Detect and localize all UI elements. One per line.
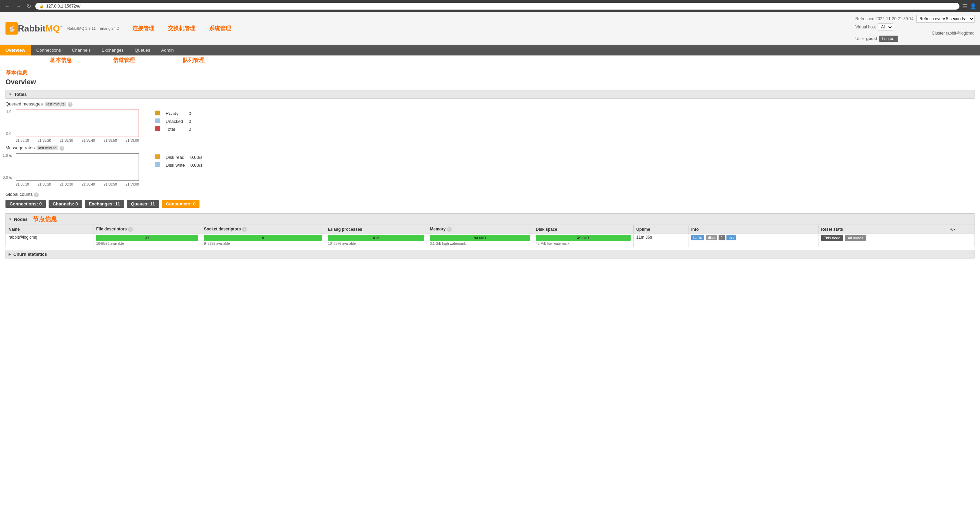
logo-text: RabbitMQ™ [18, 23, 63, 34]
node-name: rabbit@logicmq [6, 233, 94, 247]
logo: 🐇 RabbitMQ™ [5, 22, 63, 35]
nodes-chinese-label: 节点信息 [32, 215, 57, 223]
totals-label: Totals [14, 92, 27, 97]
socket-desc-help[interactable]: ? [242, 227, 247, 232]
unacked-label: Unacked [165, 119, 183, 124]
rates-last-minute-badge[interactable]: last minute [37, 145, 58, 150]
queued-chart-container: 1.0 0.0 [16, 110, 139, 137]
node-reset-stats: This node All nodes [818, 233, 947, 247]
legend-total: Total 0 [153, 125, 194, 133]
channels-count: Channels: 0 [49, 200, 82, 208]
totals-header[interactable]: ▼ Totals [5, 90, 975, 99]
tag-rss[interactable]: rss [727, 235, 736, 240]
ready-label: Ready [165, 111, 179, 116]
disk-read-value: 0.00/s [190, 155, 202, 160]
refresh-button[interactable]: ↻ [25, 3, 32, 10]
cluster-info: Cluster rabbit@logicmq [856, 31, 975, 36]
th-disk-space: Disk space [533, 225, 633, 233]
global-counts-section: Global counts ? Connections: 0 Channels:… [5, 192, 975, 208]
churn-triangle: ▶ [8, 252, 11, 256]
lock-icon: 🔒 [39, 4, 44, 8]
nodes-section: ▼ Nodes 节点信息 Name File descriptors ? Soc… [5, 213, 975, 247]
refresh-select[interactable]: Refresh every 5 seconds Refresh every 10… [916, 15, 975, 22]
churn-header[interactable]: ▶ Churn statistics [5, 250, 975, 259]
last-minute-badge[interactable]: last minute [45, 102, 66, 107]
tag-basic[interactable]: basic [691, 235, 704, 240]
rates-help[interactable]: ? [60, 146, 64, 151]
tab-overview[interactable]: Overview [0, 45, 31, 56]
total-color [155, 126, 160, 131]
version-info: RabbitMQ 3.9.11 Erlang 24.2 [67, 26, 121, 30]
tag-2[interactable]: 2 [719, 235, 725, 240]
nodes-header-row: Name File descriptors ? Socket descripto… [6, 225, 975, 233]
logo-rabbit: Rabbit [18, 23, 46, 34]
memory-help[interactable]: ? [447, 227, 452, 232]
extensions-icon: ☰ [962, 3, 967, 10]
node-uptime: 11m 36s [633, 233, 688, 247]
tab-exchanges[interactable]: Exchanges [96, 45, 129, 56]
churn-section: ▶ Churn statistics [5, 250, 975, 259]
global-counts-help[interactable]: ? [34, 192, 39, 197]
chinese-exchange-label: 交换机管理 [168, 25, 196, 32]
th-memory: Memory ? [427, 225, 533, 233]
memory-sub: 3.1 GiB high watermark [430, 242, 530, 246]
disk-read-color [155, 155, 160, 159]
nodes-table-head: Name File descriptors ? Socket descripto… [6, 225, 975, 233]
th-plus-minus: +/- [947, 225, 975, 233]
back-button[interactable]: ← [3, 3, 12, 9]
rates-chart-container: 1.0 /s 0.0 /s [16, 153, 139, 181]
churn-label: Churn statistics [13, 252, 47, 257]
th-info: Info [688, 225, 818, 233]
chinese-labels: 连接管理 交换机管理 系统管理 [132, 25, 231, 32]
virtual-host-row: Virtual host All [856, 23, 975, 31]
tag-disc[interactable]: disc [706, 235, 717, 240]
tab-queues[interactable]: Queues [129, 45, 156, 56]
file-desc-sub: 1048576 available [96, 242, 198, 246]
tab-admin[interactable]: Admin [156, 45, 179, 56]
queued-legend: Ready 0 Unacked 0 Total 0 [153, 110, 194, 133]
chinese-queues-nav: 队列管理 [183, 57, 205, 64]
cluster-value: rabbit@logicmq [946, 31, 975, 36]
message-rates-section: Message rates last minute ? 1.0 /s 0.0 /… [5, 145, 975, 186]
ready-color [155, 110, 160, 115]
tab-channels[interactable]: Channels [66, 45, 96, 56]
socket-desc-sub: 943629 available [204, 242, 322, 246]
logo-area: 🐇 RabbitMQ™ RabbitMQ 3.9.11 Erlang 24.2 … [5, 22, 231, 35]
user-label: User [856, 36, 864, 41]
refresh-control: Refreshed 2022-11-20 21:39:14 Refresh ev… [856, 15, 975, 22]
exchanges-count: Exchanges: 11 [85, 200, 124, 208]
node-file-descriptors: 37 1048576 available [94, 233, 201, 247]
nodes-table-body: rabbit@logicmq 37 1048576 available 0 94… [6, 233, 975, 247]
global-counts-label: Global counts [5, 192, 33, 197]
virtual-host-select[interactable]: All [878, 23, 893, 31]
chart2-y-bottom: 0.0 /s [3, 175, 12, 179]
chart1-y-top: 1.0 [6, 110, 11, 114]
logout-button[interactable]: Log out [879, 36, 898, 42]
tab-connections[interactable]: Connections [31, 45, 66, 56]
legend-disk-read: Disk read 0.00/s [153, 153, 205, 161]
table-row: rabbit@logicmq 37 1048576 available 0 94… [6, 233, 975, 247]
queued-messages-section: Queued messages last minute ? 1.0 0.0 21… [5, 101, 975, 142]
version-erlang: Erlang 24.2 [100, 26, 119, 30]
nodes-header[interactable]: ▼ Nodes 节点信息 [5, 213, 975, 225]
user-info: User guest Log out [856, 36, 975, 42]
th-socket-descriptors: Socket descriptors ? [201, 225, 325, 233]
nav-tabs: Overview Connections Channels Exchanges … [0, 45, 980, 56]
file-desc-help[interactable]: ? [128, 227, 133, 232]
queued-chart-box [16, 110, 139, 137]
refreshed-text: Refreshed 2022-11-20 21:39:14 [856, 16, 914, 21]
file-desc-bar: 37 [96, 235, 198, 241]
this-node-button[interactable]: This node [821, 235, 843, 241]
total-label: Total [165, 127, 175, 132]
queued-charts-row: 1.0 0.0 21:38:10 21:38:20 21:38:30 21:38… [5, 110, 975, 142]
node-disk-space: 49 GiB 48 MiB low watermark [533, 233, 633, 247]
all-nodes-button[interactable]: All nodes [845, 235, 866, 241]
queued-help[interactable]: ? [68, 102, 73, 107]
rates-legend: Disk read 0.00/s Disk write 0.00/s [153, 153, 205, 169]
forward-button[interactable]: → [14, 3, 22, 9]
address-bar[interactable]: 🔒 127.0.0.1:15672/#/ [35, 3, 959, 10]
ready-value: 0 [189, 111, 191, 116]
header-right: Refreshed 2022-11-20 21:39:14 Refresh ev… [856, 15, 975, 42]
rates-charts-row: 1.0 /s 0.0 /s 21:38:10 21:38:20 21:38:30… [5, 153, 975, 186]
chinese-connection-label: 连接管理 [132, 25, 154, 32]
